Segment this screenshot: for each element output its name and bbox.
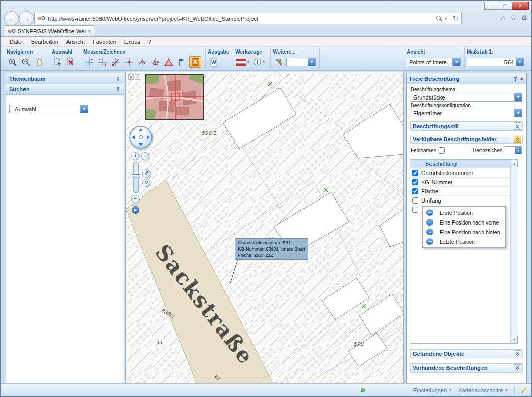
zoom-box-button[interactable]: □	[141, 152, 149, 160]
pencil-icon[interactable]	[521, 387, 527, 393]
suchen-header[interactable]: Suchen	[6, 84, 124, 95]
map-container[interactable]: Sackstraße 598/1 880/1 33 34 590 594 × +	[125, 72, 404, 384]
previous-extent-button[interactable]: ↺	[142, 169, 150, 178]
tools-button[interactable]	[273, 56, 285, 68]
list-scrollbar[interactable]: ▲ ▼	[510, 160, 518, 343]
einstellungen-menu[interactable]: Einstellungen ▼	[413, 387, 452, 393]
menu-hilfe[interactable]: ?	[144, 38, 156, 46]
browser-tab[interactable]: wO SYNERGIS WebOffice Web... ×	[5, 25, 94, 36]
url-text[interactable]: http://w-ws-rainer:8080/WebOffice/synser…	[48, 16, 434, 22]
draw-line-button[interactable]	[136, 56, 148, 68]
zoom-in-button[interactable]	[7, 56, 19, 68]
list-item-grundstuecksnummer[interactable]: Grundstücksnummer	[410, 168, 518, 178]
pan-button[interactable]	[33, 56, 45, 68]
pan-down-icon[interactable]	[139, 143, 143, 146]
expand-section-button[interactable]	[514, 364, 521, 371]
gefundene-objekte-section[interactable]: Gefundene Objekte	[410, 349, 523, 358]
measure-distance-button[interactable]	[96, 56, 109, 68]
scroll-up-button[interactable]: ▲	[511, 160, 518, 167]
list-item-kg-nummer[interactable]: KG-Nummer	[410, 178, 518, 187]
massstab-select-caret-icon[interactable]: ▼	[516, 58, 523, 66]
menu-datei[interactable]: Datei	[6, 38, 27, 46]
ansicht-select-caret-icon[interactable]: ▼	[452, 58, 460, 66]
address-bar[interactable]: wO http://w-ws-rainer:8080/WebOffice/syn…	[34, 13, 462, 24]
weitere-select-caret-icon[interactable]: ▼	[308, 58, 315, 66]
freie-beschriftung-header[interactable]: Freie Beschriftung ×	[407, 73, 526, 84]
next-extent-button[interactable]: ↻	[142, 179, 150, 187]
search-caret-icon[interactable]: ▼	[444, 17, 447, 20]
word-export-button[interactable]: W	[208, 56, 220, 68]
beschriftungskonfiguration-caret-icon[interactable]: ▼	[514, 109, 522, 117]
pan-left-icon[interactable]	[132, 135, 135, 139]
menu-item-erste-position[interactable]: ⇤ Erste Position	[423, 208, 505, 217]
nav-expand-button[interactable]: ▶	[132, 206, 139, 214]
menu-favoriten[interactable]: Favoriten	[89, 38, 120, 46]
browser-forward-button[interactable]: →	[19, 11, 34, 26]
draw-polygon-button[interactable]	[163, 56, 175, 68]
feldnamen-checkbox[interactable]	[439, 147, 445, 154]
menu-ansicht[interactable]: Ansicht	[62, 38, 89, 46]
tab-close-icon[interactable]: ×	[88, 28, 91, 34]
overview-close-icon[interactable]: ×	[128, 74, 134, 80]
zoom-slider-handle[interactable]	[132, 174, 140, 178]
zoom-slider[interactable]	[133, 162, 139, 193]
themenbaum-header[interactable]: Themenbaum	[6, 73, 124, 84]
list-item-flaeche[interactable]: Fläche	[410, 187, 518, 196]
trennzeichen-caret-icon[interactable]: ▼	[515, 147, 521, 154]
field-checkbox[interactable]	[412, 207, 418, 213]
menu-extras[interactable]: Extras	[120, 38, 144, 46]
redlining-button[interactable]: ▼	[235, 56, 250, 68]
zoom-minus-button[interactable]: −	[131, 195, 139, 203]
expand-section-button[interactable]	[514, 122, 521, 130]
favorites-star-icon[interactable]: ☆	[510, 14, 517, 22]
pin-icon[interactable]	[513, 76, 518, 82]
pin-icon[interactable]	[115, 87, 121, 92]
ansicht-select[interactable]: Points of Intere... ▼	[407, 58, 461, 66]
pan-up-icon[interactable]	[139, 128, 143, 131]
overview-move-icon[interactable]: +	[135, 74, 140, 80]
marker-flag-button[interactable]	[176, 56, 188, 68]
minimize-button[interactable]: —	[484, 2, 498, 10]
measure-coordinate-button[interactable]	[83, 56, 95, 68]
pan-right-icon[interactable]	[147, 135, 150, 139]
beschriftungsthema-select[interactable]: Grundstücke ▼	[411, 93, 522, 102]
trennzeichen-select[interactable]: ▼	[505, 146, 522, 154]
expand-section-button[interactable]	[514, 350, 521, 357]
massstab-select[interactable]: 564 ▼	[467, 58, 524, 66]
label-tool-button[interactable]: A	[189, 56, 201, 68]
menu-item-position-nach-hinten[interactable]: → Eine Position nach hinten	[423, 227, 505, 237]
weitere-select[interactable]: ▼	[286, 58, 316, 66]
collapse-section-button[interactable]	[514, 136, 521, 143]
home-icon[interactable]: ⌂	[501, 14, 505, 22]
close-window-button[interactable]: ×	[512, 2, 529, 10]
suchen-auswahl-select[interactable]: - Auswahl - ▼	[9, 105, 88, 113]
browser-back-button[interactable]: ←	[4, 11, 19, 26]
panel-close-icon[interactable]: ×	[520, 76, 523, 82]
vorhandene-beschriftungen-section[interactable]: Vorhandene Beschriftungen	[410, 363, 523, 373]
pan-center-icon[interactable]	[139, 135, 143, 139]
menu-item-position-nach-vorne[interactable]: ← Eine Position nach vorne	[423, 217, 505, 227]
measure-area-button[interactable]	[110, 56, 122, 68]
field-checkbox[interactable]	[412, 197, 418, 204]
refresh-icon[interactable]: ↻	[453, 15, 459, 22]
overview-map[interactable]	[145, 74, 204, 120]
identify-button[interactable]: i ▼	[251, 56, 267, 68]
suchen-select-caret-icon[interactable]: ▼	[80, 105, 88, 113]
search-icon[interactable]	[436, 16, 442, 21]
field-checkbox[interactable]	[412, 179, 418, 185]
maximize-button[interactable]: □	[498, 2, 512, 10]
zoom-out-button[interactable]	[20, 56, 32, 68]
beschriftungsthema-caret-icon[interactable]: ▼	[514, 93, 522, 101]
field-checkbox[interactable]	[412, 188, 418, 194]
list-item-umfang[interactable]: Umfang	[410, 196, 518, 205]
menu-item-letzte-position[interactable]: ⇥ Letzte Position	[423, 237, 505, 246]
draw-point-button[interactable]	[123, 56, 135, 68]
pin-icon[interactable]	[115, 76, 121, 82]
beschriftungsfelder-section[interactable]: Verfügbare Beschriftungsfelder	[410, 135, 523, 144]
kartenausschnitte-menu[interactable]: Kartenausschnitte ▼	[458, 387, 508, 393]
menu-bearbeiten[interactable]: Bearbeiten	[27, 38, 62, 46]
pan-control[interactable]	[129, 126, 153, 149]
select-features-button[interactable]	[52, 56, 64, 68]
scroll-down-button[interactable]: ▼	[511, 336, 518, 343]
clear-selection-button[interactable]	[65, 56, 77, 68]
